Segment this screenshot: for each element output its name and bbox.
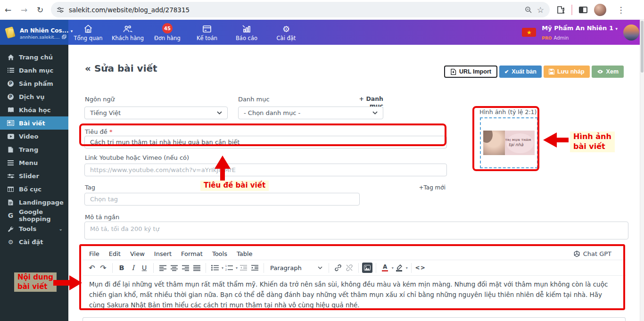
category-select[interactable]: - Chọn danh mục - bbox=[238, 107, 383, 119]
reload-icon[interactable]: ↻ bbox=[32, 5, 48, 15]
sidebar-item-google-shopping[interactable]: G Google shopping bbox=[0, 209, 68, 222]
shop-logo bbox=[4, 26, 17, 39]
view-button[interactable]: Xem bbox=[592, 66, 624, 78]
list-icon bbox=[7, 67, 15, 73]
tag-input[interactable] bbox=[84, 193, 360, 206]
paragraph-dropdown[interactable]: Paragraph bbox=[267, 263, 325, 273]
home-icon bbox=[7, 54, 15, 60]
publish-button[interactable]: ✔ Xuất bản bbox=[499, 66, 542, 78]
sidebar-item-cai-dat[interactable]: ⚙ Cài đặt bbox=[0, 235, 68, 248]
menu-format[interactable]: Format bbox=[176, 249, 207, 259]
zoom-icon[interactable] bbox=[525, 6, 532, 14]
video-icon bbox=[7, 134, 15, 139]
side-panel-icon[interactable] bbox=[579, 7, 587, 13]
topnav-item-cai-dat[interactable]: ⚙ Cài đặt bbox=[266, 20, 306, 45]
user-menu[interactable]: Mỹ Phẩm An Nhiên 1 ▾ PROAdmin bbox=[542, 23, 618, 42]
menu-file[interactable]: File bbox=[84, 249, 104, 259]
url-text[interactable]: salekit.com/website/blog_add/278315 bbox=[69, 6, 520, 14]
youtube-input[interactable] bbox=[84, 164, 447, 176]
orders-badge: 45 bbox=[162, 23, 173, 33]
layout-icon bbox=[7, 187, 15, 192]
sidebar-item-danh-muc[interactable]: Danh mục bbox=[0, 64, 68, 77]
topnav-item-don-hang[interactable]: 45 Đơn hàng bbox=[148, 20, 187, 45]
featured-image-thumbnail[interactable]: TRỊ MỤN THÂM tại nhà bbox=[483, 131, 535, 155]
content-arrow bbox=[69, 275, 82, 290]
sidebar-item-video[interactable]: Video bbox=[0, 130, 68, 143]
topnav-item-khach-hang[interactable]: Khách hàng bbox=[108, 20, 148, 45]
sidebar-item-san-pham[interactable]: P Sản phẩm bbox=[0, 77, 68, 90]
language-select[interactable]: Tiếng Việt bbox=[84, 107, 228, 119]
image-button[interactable] bbox=[362, 263, 372, 273]
redo-icon[interactable]: ↷ bbox=[98, 262, 109, 273]
title-input[interactable] bbox=[84, 136, 447, 148]
address-bar[interactable]: salekit.com/website/blog_add/278315 ☆ bbox=[51, 2, 550, 17]
underline-button[interactable]: U bbox=[139, 262, 150, 273]
align-left-icon[interactable] bbox=[157, 262, 168, 273]
back-icon[interactable]: ← bbox=[0, 5, 16, 15]
menu-view[interactable]: View bbox=[125, 249, 149, 259]
undo-icon[interactable]: ↶ bbox=[86, 262, 98, 273]
editor-menubar: File Edit View Insert Format Tools Table… bbox=[83, 247, 626, 260]
topnav-item-tong-quan[interactable]: Tổng quan bbox=[68, 20, 108, 45]
tag-label: Tag bbox=[85, 184, 95, 191]
scrollbar-thumb[interactable] bbox=[641, 21, 644, 73]
text-color-icon[interactable]: A bbox=[380, 262, 391, 273]
numbered-list-icon[interactable]: 12 bbox=[223, 262, 235, 273]
next-field-edge bbox=[83, 317, 626, 321]
user-avatar[interactable] bbox=[623, 25, 639, 41]
page-scrollbar[interactable] bbox=[640, 20, 644, 321]
sidebar-item-dich-vu[interactable]: P Dịch vụ bbox=[0, 90, 68, 103]
align-center-icon[interactable] bbox=[168, 262, 180, 273]
vietnam-flag-icon[interactable]: ★ bbox=[522, 28, 536, 37]
sidebar-item-tools[interactable]: Tools ⌄ bbox=[0, 222, 68, 235]
bold-button[interactable]: B bbox=[116, 262, 127, 273]
menu-insert[interactable]: Insert bbox=[149, 249, 176, 259]
align-justify-icon[interactable] bbox=[191, 262, 202, 273]
menu-edit[interactable]: Edit bbox=[104, 249, 125, 259]
save-icon bbox=[549, 69, 554, 74]
sidebar-item-bo-cuc[interactable]: Bố cục bbox=[0, 182, 68, 196]
sidebar-item-khoa-hoc[interactable]: Khóa học bbox=[0, 103, 68, 116]
indent-icon[interactable] bbox=[249, 262, 260, 273]
site-settings-icon[interactable] bbox=[57, 6, 64, 14]
chatgpt-button[interactable]: Chat GPT bbox=[573, 250, 624, 257]
topnav-item-ke-toan[interactable]: Kế toán bbox=[187, 20, 227, 45]
browser-profile-avatar[interactable] bbox=[594, 4, 606, 16]
unlink-icon[interactable] bbox=[344, 262, 355, 273]
title-annotation-label: Tiêu đề bài viết bbox=[200, 181, 269, 191]
add-tag-link[interactable]: +Tag mới bbox=[398, 184, 446, 191]
star-icon[interactable]: ☆ bbox=[537, 5, 544, 15]
copy-icon[interactable] bbox=[62, 34, 66, 39]
link-icon[interactable] bbox=[332, 262, 344, 273]
highlight-icon[interactable] bbox=[394, 262, 405, 273]
save-draft-button[interactable]: Lưu nháp bbox=[544, 66, 590, 78]
code-icon[interactable]: <> bbox=[415, 262, 426, 273]
extensions-icon[interactable] bbox=[556, 6, 565, 14]
category-label: Danh mục bbox=[238, 96, 270, 103]
align-right-icon[interactable] bbox=[180, 262, 191, 273]
sidebar-item-slider[interactable]: Slider bbox=[0, 169, 68, 182]
sidebar-item-trang[interactable]: Trang bbox=[0, 143, 68, 156]
sidebar-item-menu[interactable]: Menu bbox=[0, 156, 68, 169]
italic-button[interactable]: I bbox=[127, 262, 139, 273]
topnav-item-bao-cao[interactable]: Báo cáo bbox=[227, 20, 266, 45]
newspaper-icon bbox=[7, 120, 15, 126]
menu-table[interactable]: Table bbox=[232, 249, 257, 259]
editor-content[interactable]: Mụn đi để lại những vết thâm mụn rất mất… bbox=[83, 276, 626, 314]
outdent-icon[interactable] bbox=[238, 262, 249, 273]
image-upload-area[interactable]: TRỊ MỤN THÂM tại nhà bbox=[480, 117, 538, 168]
sidebar-item-trang-chu[interactable]: Trang chủ bbox=[0, 50, 68, 64]
browser-menu-icon[interactable]: ⋮ bbox=[613, 5, 629, 15]
account-switcher[interactable]: An Nhiên Cos... ▾ annhien.salekit.... bbox=[0, 20, 68, 45]
image-arrow bbox=[543, 132, 557, 148]
bullet-list-icon[interactable] bbox=[209, 262, 221, 273]
sidebar-item-landingpage[interactable]: Landingpage bbox=[0, 196, 68, 209]
back-chevrons[interactable]: « bbox=[85, 63, 91, 74]
short-desc-textarea[interactable] bbox=[84, 222, 628, 239]
landingpage-icon bbox=[7, 199, 15, 206]
menu-tools[interactable]: Tools bbox=[207, 249, 232, 259]
url-import-button[interactable]: URL Import bbox=[444, 66, 497, 78]
sidebar-item-bai-viet[interactable]: Bài viết bbox=[0, 116, 68, 130]
forward-icon[interactable]: → bbox=[16, 5, 32, 15]
chevron-down-icon[interactable]: ▾ bbox=[406, 266, 408, 270]
